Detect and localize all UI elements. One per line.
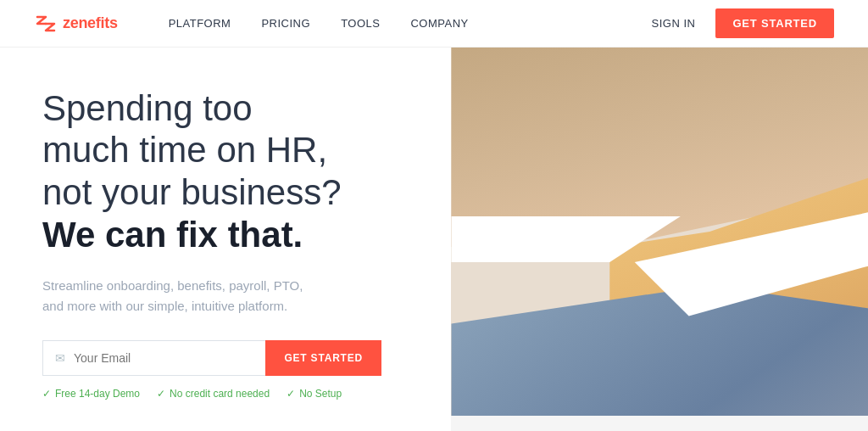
photo-collage xyxy=(451,48,868,431)
perk-label-2: No credit card needed xyxy=(170,388,270,400)
nav-right: SIGN IN GET STARTED xyxy=(652,8,834,38)
logo[interactable]: zenefits xyxy=(34,12,118,36)
nav-link-tools[interactable]: TOOLS xyxy=(341,17,380,30)
hero-section: Spending too much time on HR, not your b… xyxy=(0,48,868,431)
nav-link-platform[interactable]: PLATFORM xyxy=(169,17,231,30)
perks-list: ✓ Free 14-day Demo ✓ No credit card need… xyxy=(42,388,417,400)
email-input-wrap: ✉ xyxy=(42,340,265,376)
perk-label-3: No Setup xyxy=(299,388,342,400)
nav-link-company[interactable]: COMPANY xyxy=(410,17,468,30)
perk-free-demo: ✓ Free 14-day Demo xyxy=(42,388,140,400)
sign-in-link[interactable]: SIGN IN xyxy=(652,17,696,30)
hero-subtext-line1: Streamline onboarding, benefits, payroll… xyxy=(42,278,303,293)
email-form: ✉ GET STARTED xyxy=(42,340,381,376)
hero-subtext-line2: and more with our simple, intuitive plat… xyxy=(42,299,287,313)
email-icon: ✉ xyxy=(55,351,65,365)
perk-check-1: ✓ xyxy=(42,388,51,400)
hero-heading-line3: not your business? xyxy=(42,172,342,212)
hero-get-started-button[interactable]: GET STARTED xyxy=(265,340,381,376)
hero-image xyxy=(451,48,868,431)
perk-label-1: Free 14-day Demo xyxy=(55,388,140,400)
email-input[interactable] xyxy=(74,351,253,365)
navbar: zenefits PLATFORM PRICING TOOLS COMPANY … xyxy=(0,0,868,48)
perk-check-2: ✓ xyxy=(157,388,165,400)
logo-text: zenefits xyxy=(63,14,118,32)
perk-check-3: ✓ xyxy=(287,388,295,400)
hero-heading-line2: much time on HR, xyxy=(42,130,327,170)
nav-get-started-button[interactable]: GET STARTED xyxy=(715,8,834,38)
hero-heading-bold: We can fix that. xyxy=(42,215,303,255)
perk-no-card: ✓ No credit card needed xyxy=(157,388,270,400)
nav-links: PLATFORM PRICING TOOLS COMPANY xyxy=(169,17,652,30)
hero-heading-line1: Spending too xyxy=(42,88,253,128)
nav-link-pricing[interactable]: PRICING xyxy=(261,17,310,30)
hero-subtext: Streamline onboarding, benefits, payroll… xyxy=(42,276,331,316)
hero-heading: Spending too much time on HR, not your b… xyxy=(42,87,417,255)
perk-no-setup: ✓ No Setup xyxy=(287,388,342,400)
hero-left: Spending too much time on HR, not your b… xyxy=(0,48,451,431)
zenefits-logo-icon xyxy=(34,12,58,36)
